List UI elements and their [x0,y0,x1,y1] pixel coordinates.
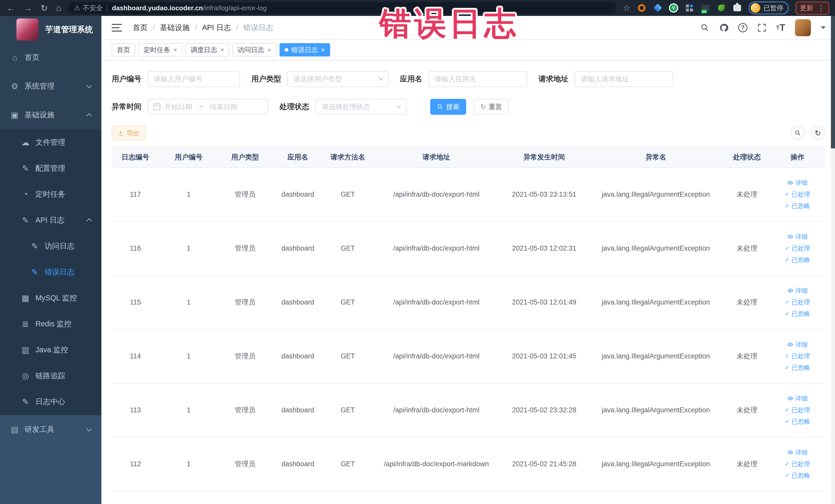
refresh-table-button[interactable]: ↻ [811,126,825,140]
ignored-link[interactable]: ✓ 已忽略 [785,310,810,318]
processed-link[interactable]: ✓ 已处理 [785,298,810,306]
exception-time-label: 异常时间 [111,102,141,112]
processed-link[interactable]: ✓ 已处理 [785,460,810,468]
extensions-puzzle-icon[interactable] [733,3,742,13]
paused-extension-badge[interactable]: 已暂停 [749,2,789,14]
github-icon[interactable] [719,23,729,32]
processed-link[interactable]: ✓ 已处理 [785,406,810,414]
ignored-link[interactable]: ✓ 已忽略 [785,202,810,210]
sidebar-item-mysql-monitor[interactable]: ▦ MySQL 监控 [0,285,101,311]
tab-home[interactable]: 首页 [111,43,135,57]
detail-link[interactable]: 详细 [787,395,808,403]
extension-icon[interactable] [653,3,662,13]
toolbox-icon: ▤ [9,425,21,435]
tab-access-logs[interactable]: 访问日志 × [232,43,276,57]
page-scrollbar[interactable] [831,16,835,504]
search-icon[interactable] [700,23,710,32]
tab-scheduled-tasks[interactable]: 定时任务 × [138,43,182,57]
cell-request-url: /api/infra/db-doc/export-html [372,352,501,360]
table-row: 116 1 管理员 dashboard GET /api/infra/db-do… [111,222,825,276]
process-status-select[interactable]: 请选择处理状态 [315,99,407,115]
sidebar-item-dev-tools[interactable]: ▤ 研发工具 [0,415,101,444]
detail-link[interactable]: 详细 [787,286,808,295]
detail-link[interactable]: 详细 [787,340,808,349]
breadcrumb-item[interactable]: API 日志 [202,23,231,33]
user-menu-caret-icon[interactable] [821,26,826,29]
cell-log-id: 112 [111,460,159,468]
cell-exception-name: java.lang.IllegalArgumentException [588,190,724,199]
sidebar-collapse-icon[interactable] [111,24,122,32]
bookmark-star-icon[interactable]: ☆ [623,3,630,13]
fullscreen-icon[interactable] [757,23,767,32]
ignored-link[interactable]: ✓ 已忽略 [785,256,810,264]
sidebar-item-config-management[interactable]: ✎ 配置管理 [0,155,101,181]
sidebar-item-java-monitor[interactable]: ▥ Java 监控 [0,337,101,363]
tab-schedule-logs[interactable]: 调度日志 × [185,43,229,57]
extension-icon[interactable]: V [669,3,678,13]
sidebar-item-home[interactable]: ⌂ 首页 [0,43,101,72]
processed-link[interactable]: ✓ 已处理 [785,244,810,253]
help-icon[interactable]: ? [738,23,748,32]
search-button[interactable]: 搜索 [430,99,466,115]
processed-link[interactable]: ✓ 已处理 [785,352,810,360]
ignored-link[interactable]: ✓ 已忽略 [785,364,810,372]
extension-icon[interactable] [637,3,646,13]
detail-link[interactable]: 详细 [787,233,808,241]
sidebar-item-access-logs[interactable]: ✎ 访问日志 [0,233,101,259]
column-header: 用户类型 [218,153,272,162]
cell-exception-name: java.lang.IllegalArgumentException [588,406,724,414]
close-icon[interactable]: × [267,46,271,54]
sidebar-item-infrastructure[interactable]: ▣ 基础设施 [0,101,101,129]
scrollbar-thumb[interactable] [831,16,835,148]
sidebar-item-file-management[interactable]: ☁ 文件管理 [0,129,101,155]
chevron-icon [86,113,92,118]
export-button[interactable]: 导出 [111,125,145,140]
sidebar-item-error-logs[interactable]: ✎ 错误日志 [0,259,101,285]
detail-link[interactable]: 详细 [787,448,808,457]
app-logo[interactable]: 芋道管理系统 [0,16,101,43]
extension-icon[interactable] [685,3,694,13]
breadcrumb-item[interactable]: 首页 [133,23,148,33]
app-name-input[interactable] [428,71,527,87]
sidebar-item-api-logs[interactable]: ✎ API 日志 [0,207,101,233]
chevron-icon [86,426,92,431]
font-size-icon[interactable]: TT [776,22,785,33]
process-status-label: 处理状态 [280,102,309,112]
sidebar-item-scheduled-tasks[interactable]: ◔ 定时任务 [0,181,101,207]
sidebar-item-redis-monitor[interactable]: ≣ Redis 监控 [0,311,101,337]
address-bar[interactable]: ⚠ 不安全 dashboard.yudao.iocoder.cn/infra/l… [68,2,616,14]
tab-error-logs[interactable]: 错误日志 × [280,43,330,57]
close-icon[interactable]: × [173,46,177,54]
ignored-link[interactable]: ✓ 已忽略 [785,418,810,426]
menu-kebab-icon[interactable]: ⋮ [817,4,825,13]
request-url-input[interactable] [574,71,673,87]
close-icon[interactable]: × [321,46,325,54]
extension-icon[interactable]: on [701,3,710,13]
detail-link[interactable]: 详细 [787,179,808,187]
header-actions: ? TT [700,19,826,36]
close-icon[interactable]: × [220,46,224,54]
home-icon[interactable]: ⌂ [56,3,62,13]
user-avatar[interactable] [795,19,811,36]
user-id-input[interactable] [148,71,240,87]
toggle-search-button[interactable] [791,126,805,140]
sidebar-item-log-center[interactable]: ✎ 日志中心 [0,389,101,415]
back-icon[interactable]: ← [7,3,15,13]
reset-button[interactable]: ↻ 重置 [474,99,509,115]
exception-time-range-picker[interactable]: 开始日期 ~ 结束日期 [148,99,268,115]
app-name-label: 应用名 [400,74,422,84]
ignored-link[interactable]: ✓ 已忽略 [785,471,810,480]
extension-icon[interactable] [717,3,726,13]
browser-update-button[interactable]: 更新 ⋮ [795,2,829,15]
breadcrumb-item[interactable]: 基础设施 [160,23,190,33]
cell-user-type: 管理员 [218,459,272,468]
table-header-row: 日志编号用户编号用户类型应用名请求方法名请求地址异常发生时间异常名处理状态操作 [111,147,825,168]
reload-icon[interactable]: ↻ [41,3,48,13]
user-type-select[interactable]: 请选择用户类型 [287,71,389,87]
forward-icon[interactable]: → [24,3,32,13]
cell-exception-time: 2021-05-03 12:01:49 [501,298,588,306]
eye-icon [787,287,793,294]
processed-link[interactable]: ✓ 已处理 [785,190,810,199]
sidebar-item-system-management[interactable]: ⚙ 系统管理 [0,72,101,101]
sidebar-item-trace[interactable]: ◎ 链路追踪 [0,363,101,389]
